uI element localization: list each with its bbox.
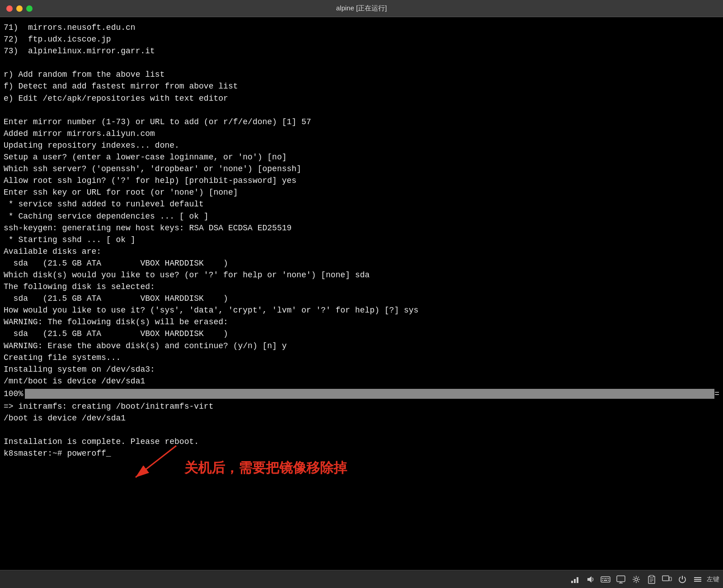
svg-rect-25 xyxy=(669,577,671,581)
audio-icon[interactable] xyxy=(584,573,596,586)
svg-rect-3 xyxy=(574,579,576,583)
progress-bar-fill xyxy=(25,389,714,399)
keyboard-icon[interactable] xyxy=(599,573,612,586)
clipboard-icon[interactable] xyxy=(645,573,658,586)
svg-rect-11 xyxy=(608,578,609,579)
annotation-text: 关机后，需要把镜像移除掉 xyxy=(184,458,347,478)
network-icon[interactable] xyxy=(568,573,581,586)
power-icon[interactable] xyxy=(676,573,689,586)
titlebar: alpine [正在运行] xyxy=(0,0,723,17)
menu-icon[interactable] xyxy=(691,573,704,586)
progress-bar xyxy=(25,389,714,399)
terminal[interactable]: 71) mirrors.neusoft.edu.cn 72) ftp.udx.i… xyxy=(0,17,723,570)
svg-rect-12 xyxy=(602,580,603,581)
svg-rect-10 xyxy=(607,578,608,579)
window-title: alpine [正在运行] xyxy=(336,4,387,13)
svg-rect-6 xyxy=(601,577,610,582)
svg-rect-13 xyxy=(604,580,607,581)
svg-rect-4 xyxy=(577,577,578,583)
progress-line: 100% = xyxy=(4,388,719,400)
svg-rect-27 xyxy=(694,579,701,580)
terminal-output-post: => initramfs: creating /boot/initramfs-v… xyxy=(4,401,719,459)
display-icon[interactable] xyxy=(661,573,673,586)
svg-marker-5 xyxy=(587,576,592,583)
svg-rect-14 xyxy=(608,580,609,581)
terminal-output: 71) mirrors.neusoft.edu.cn 72) ftp.udx.i… xyxy=(4,22,719,387)
close-button[interactable] xyxy=(6,5,13,12)
svg-rect-20 xyxy=(650,575,653,577)
progress-end: = xyxy=(714,388,719,400)
window-controls xyxy=(6,5,33,12)
maximize-button[interactable] xyxy=(26,5,33,12)
svg-point-18 xyxy=(635,578,638,581)
svg-rect-9 xyxy=(605,578,606,579)
svg-rect-28 xyxy=(694,581,701,582)
svg-rect-26 xyxy=(694,577,701,578)
settings-icon[interactable] xyxy=(630,573,643,586)
svg-rect-2 xyxy=(571,581,573,583)
progress-label: 100% xyxy=(4,388,23,400)
svg-rect-24 xyxy=(662,576,669,581)
taskbar: 左键 xyxy=(0,570,723,588)
taskbar-label: 左键 xyxy=(707,575,719,583)
monitor-icon[interactable] xyxy=(615,573,627,586)
svg-rect-8 xyxy=(604,578,605,579)
svg-rect-15 xyxy=(617,576,625,582)
svg-rect-7 xyxy=(602,578,603,579)
minimize-button[interactable] xyxy=(16,5,23,12)
